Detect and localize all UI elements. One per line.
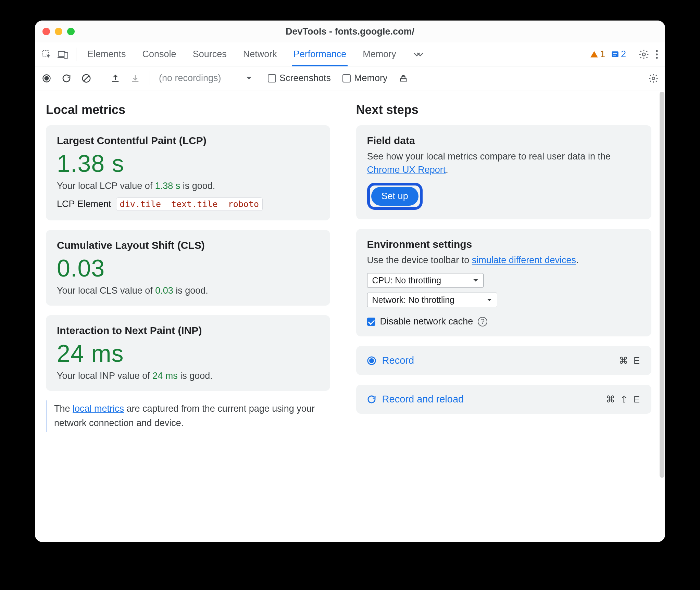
lcp-description: Your local LCP value of 1.38 s is good. [57, 181, 319, 191]
reload-arrow-icon [366, 394, 377, 405]
disable-cache-label: Disable network cache [380, 316, 473, 327]
tab-network[interactable]: Network [242, 42, 278, 66]
tab-memory[interactable]: Memory [361, 42, 398, 66]
record-shortcut: ⌘ E [619, 355, 641, 366]
tab-performance[interactable]: Performance [292, 42, 348, 66]
lcp-value: 1.38 s [57, 150, 319, 177]
memory-label: Memory [354, 73, 388, 84]
network-throttling-select[interactable]: Network: No throttling [367, 293, 497, 307]
local-metrics-note: The local metrics are captured from the … [46, 400, 330, 432]
issues-count: 2 [621, 49, 626, 60]
window-controls [42, 28, 75, 35]
svg-point-11 [45, 76, 49, 80]
setup-button[interactable]: Set up [371, 187, 418, 206]
inp-description: Your local INP value of 24 ms is good. [57, 371, 319, 381]
issues-badge[interactable]: 2 [611, 49, 626, 60]
device-toolbar-icon[interactable] [55, 47, 71, 62]
record-circle-icon [366, 356, 377, 366]
local-metrics-heading: Local metrics [46, 103, 330, 117]
recordings-placeholder: (no recordings) [159, 73, 221, 84]
field-data-title: Field data [367, 135, 640, 146]
record-icon[interactable] [40, 72, 53, 85]
tab-console[interactable]: Console [141, 42, 178, 66]
inp-card: Interaction to Next Paint (INP) 24 ms Yo… [46, 315, 330, 391]
checkbox-icon [342, 74, 351, 82]
disable-cache-checkbox[interactable] [367, 318, 375, 326]
cls-title: Cumulative Layout Shift (CLS) [57, 240, 319, 251]
main-tabbar: Elements Console Sources Network Perform… [35, 42, 665, 66]
svg-point-7 [656, 50, 658, 52]
divider [101, 72, 101, 85]
close-window-button[interactable] [42, 28, 50, 35]
svg-point-6 [642, 53, 646, 56]
more-tabs-button[interactable] [411, 42, 426, 66]
settings-icon[interactable] [638, 49, 649, 60]
performance-toolbar: (no recordings) Screenshots Memory [35, 66, 665, 90]
inspect-element-icon[interactable] [38, 47, 55, 62]
record-label: Record [382, 355, 414, 366]
reload-icon[interactable] [60, 72, 73, 85]
tabbar-right: 1 2 [590, 49, 662, 60]
maximize-window-button[interactable] [67, 28, 75, 35]
local-metrics-link[interactable]: local metrics [73, 403, 124, 414]
more-options-icon[interactable] [655, 49, 659, 60]
lcp-title: Largest Contentful Paint (LCP) [57, 135, 319, 146]
scrollbar-thumb[interactable] [660, 92, 664, 478]
svg-rect-2 [64, 52, 67, 58]
lcp-card: Largest Contentful Paint (LCP) 1.38 s Yo… [46, 125, 330, 220]
record-reload-label: Record and reload [382, 394, 464, 405]
lcp-element-label: LCP Element [57, 199, 111, 209]
download-icon[interactable] [128, 72, 142, 85]
clear-icon[interactable] [79, 72, 93, 85]
cpu-throttling-select[interactable]: CPU: No throttling [367, 273, 484, 288]
cls-description: Your local CLS value of 0.03 is good. [57, 285, 319, 296]
record-reload-action[interactable]: Record and reload ⌘ ⇧ E [356, 385, 651, 414]
environment-title: Environment settings [367, 239, 640, 250]
checkbox-icon [268, 74, 276, 82]
inp-value: 24 ms [57, 340, 319, 367]
vertical-scrollbar[interactable] [660, 92, 664, 541]
window-title: DevTools - fonts.google.com/ [286, 26, 414, 37]
field-data-description: See how your local metrics compare to re… [367, 150, 640, 177]
tab-sources[interactable]: Sources [191, 42, 228, 66]
garbage-collect-icon[interactable] [397, 72, 410, 85]
tab-elements[interactable]: Elements [86, 42, 127, 66]
record-reload-shortcut: ⌘ ⇧ E [606, 394, 641, 405]
svg-point-13 [652, 77, 655, 80]
svg-point-9 [656, 57, 658, 59]
cpu-throttling-value: CPU: No throttling [372, 275, 441, 285]
memory-checkbox[interactable]: Memory [342, 73, 388, 84]
warnings-count: 1 [600, 49, 605, 60]
divider [150, 72, 150, 85]
upload-icon[interactable] [109, 72, 122, 85]
disable-cache-row: Disable network cache ? [367, 316, 640, 327]
svg-rect-3 [612, 51, 618, 57]
content-area: Local metrics Largest Contentful Paint (… [35, 90, 665, 542]
screenshots-label: Screenshots [279, 73, 331, 84]
simulate-devices-link[interactable]: simulate different devices [472, 255, 576, 265]
minimize-window-button[interactable] [55, 28, 62, 35]
crux-report-link[interactable]: Chrome UX Report [367, 165, 446, 175]
local-metrics-panel: Local metrics Largest Contentful Paint (… [35, 90, 344, 542]
devtools-window: DevTools - fonts.google.com/ Elements Co… [35, 21, 665, 542]
svg-point-8 [656, 53, 658, 55]
titlebar: DevTools - fonts.google.com/ [35, 21, 665, 42]
inp-title: Interaction to Next Paint (INP) [57, 325, 319, 336]
recordings-dropdown[interactable]: (no recordings) [159, 73, 255, 84]
warnings-badge[interactable]: 1 [590, 49, 605, 60]
screenshots-checkbox[interactable]: Screenshots [268, 73, 331, 84]
panel-settings-icon[interactable] [647, 72, 660, 85]
cls-value: 0.03 [57, 255, 319, 282]
network-throttling-value: Network: No throttling [372, 295, 454, 305]
record-action[interactable]: Record ⌘ E [356, 346, 651, 375]
setup-highlight: Set up [367, 183, 423, 210]
divider [76, 48, 76, 61]
environment-description: Use the device toolbar to simulate diffe… [367, 254, 640, 267]
help-icon[interactable]: ? [478, 317, 487, 326]
svg-point-15 [370, 359, 373, 362]
svg-rect-4 [613, 53, 617, 54]
svg-rect-5 [613, 55, 616, 55]
environment-card: Environment settings Use the device tool… [356, 229, 651, 336]
panel-tabs: Elements Console Sources Network Perform… [86, 42, 426, 66]
lcp-element-selector[interactable]: div.tile__text.tile__roboto [116, 197, 263, 211]
